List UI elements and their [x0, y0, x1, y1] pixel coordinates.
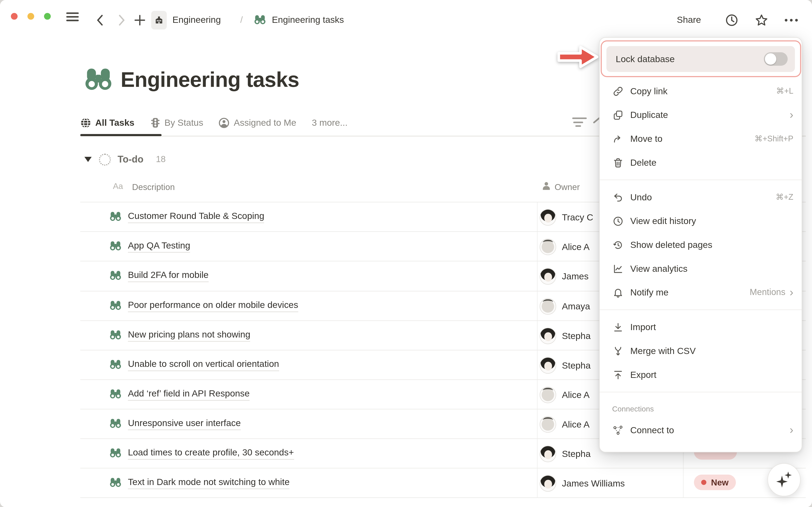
table-bottom-border — [80, 497, 806, 498]
ai-assistant-button[interactable] — [767, 463, 801, 496]
menu-divider — [600, 180, 802, 180]
restore-icon — [612, 239, 623, 250]
view-tabs: All Tasks By Status Assigned to Me 3 mor… — [80, 114, 347, 131]
tab-by-status[interactable]: By Status — [150, 117, 203, 128]
annotation-arrow-icon — [556, 44, 601, 70]
menu-section-connections: Connections — [600, 398, 802, 413]
task-title[interactable]: Text in Dark mode not switching to white — [128, 477, 290, 489]
clock-icon — [612, 216, 623, 226]
menu-item-copy-link[interactable]: Copy link ⌘+L — [600, 79, 802, 103]
task-title[interactable]: Load times to create profile, 30 seconds… — [128, 447, 294, 460]
sidebar-toggle-icon[interactable] — [66, 16, 79, 17]
menu-item-notify-me[interactable]: Notify me Mentions › — [600, 280, 802, 304]
share-button[interactable]: Share — [677, 14, 701, 25]
owner-name[interactable]: Alice A — [562, 390, 590, 400]
menu-item-connect-to[interactable]: Connect to › — [600, 418, 802, 442]
menu-item-undo[interactable]: Undo ⌘+Z — [600, 185, 802, 209]
tab-label: By Status — [165, 117, 203, 128]
collapse-triangle-icon[interactable] — [85, 157, 92, 162]
menu-item-export[interactable]: Export — [600, 363, 802, 387]
tab-more-views[interactable]: 3 more... — [312, 117, 347, 128]
merge-icon — [612, 345, 623, 356]
task-title[interactable]: Unable to scroll on vertical orientation — [128, 359, 279, 371]
menu-item-label: Export — [630, 369, 793, 380]
binoculars-icon — [109, 330, 122, 340]
owner-name[interactable]: Alice A — [562, 419, 590, 430]
column-header-description[interactable]: Description — [132, 182, 175, 198]
owner-name[interactable]: Stepha — [562, 449, 591, 459]
binoculars-icon — [109, 270, 122, 280]
more-options-icon[interactable] — [783, 13, 799, 27]
bell-icon — [612, 287, 623, 298]
traffic-light-close[interactable] — [11, 13, 17, 20]
menu-item-view-edit-history[interactable]: View edit history — [600, 209, 802, 233]
workspace-icon-chip[interactable] — [151, 11, 167, 30]
owner-name[interactable]: Stepha — [562, 331, 591, 342]
owner-name[interactable]: James Williams — [562, 478, 625, 489]
page-icon-binoculars[interactable] — [84, 66, 113, 92]
chevron-right-icon: › — [790, 286, 794, 299]
task-title[interactable]: Add ‘ref’ field in API Response — [128, 388, 250, 401]
group-count: 18 — [156, 154, 166, 165]
traffic-light-minimize[interactable] — [28, 13, 34, 20]
binoculars-icon — [109, 241, 122, 251]
binoculars-icon — [109, 359, 122, 370]
task-title[interactable]: Customer Round Table & Scoping — [128, 211, 264, 223]
menu-item-move-to[interactable]: Move to ⌘+Shift+P — [600, 127, 802, 151]
screenshot-stage: Engineering / Engineering tasks Share En… — [0, 0, 812, 507]
breadcrumb-page[interactable]: Engineering tasks — [272, 14, 344, 25]
back-icon[interactable] — [94, 14, 107, 26]
owner-name[interactable]: Amaya — [562, 301, 590, 312]
chevron-right-icon: › — [790, 423, 794, 437]
menu-item-delete[interactable]: Delete — [600, 151, 802, 175]
owner-name[interactable]: Tracy C — [562, 212, 593, 223]
binoculars-icon — [254, 14, 266, 25]
menu-item-label: Merge with CSV — [630, 345, 793, 356]
filter-icon[interactable] — [572, 117, 587, 129]
globe-icon — [80, 117, 91, 128]
person-circle-icon — [219, 117, 230, 128]
avatar — [540, 209, 556, 225]
column-header-owner[interactable]: Owner — [555, 182, 580, 198]
tab-all-tasks[interactable]: All Tasks — [80, 117, 134, 128]
menu-item-import[interactable]: Import — [600, 315, 802, 339]
analytics-icon — [612, 263, 623, 274]
avatar — [540, 387, 556, 403]
task-title[interactable]: Poor performance on older mobile devices — [128, 300, 298, 312]
menu-item-merge-with-csv[interactable]: Merge with CSV — [600, 339, 802, 363]
menu-item-label: Notify me — [630, 287, 750, 298]
new-page-icon[interactable] — [133, 14, 146, 26]
trash-icon — [612, 157, 623, 168]
task-title[interactable]: New pricing plans not showing — [128, 329, 250, 342]
import-icon — [612, 322, 623, 332]
status-badge[interactable]: New — [694, 475, 736, 490]
annotation-highlight-box — [601, 40, 801, 77]
updates-clock-icon[interactable] — [725, 13, 739, 27]
menu-item-label: Duplicate — [630, 109, 790, 120]
owner-name[interactable]: Stepha — [562, 360, 591, 371]
menu-item-duplicate[interactable]: Duplicate › — [600, 103, 802, 127]
tab-label: All Tasks — [95, 117, 134, 128]
page-title[interactable]: Engineering tasks — [121, 68, 299, 92]
traffic-light-icon — [150, 117, 160, 128]
traffic-light-zoom[interactable] — [44, 13, 51, 20]
breadcrumb-separator: / — [240, 14, 243, 25]
menu-item-show-deleted-pages[interactable]: Show deleted pages — [600, 233, 802, 257]
task-title[interactable]: Unresponsive user interface — [128, 417, 241, 430]
task-title[interactable]: App QA Testing — [128, 240, 190, 252]
tab-label: Assigned to Me — [234, 117, 296, 128]
avatar — [540, 268, 556, 285]
owner-name[interactable]: James — [562, 271, 589, 282]
group-header-todo[interactable]: To-do 18 — [85, 152, 166, 167]
tab-assigned-to-me[interactable]: Assigned to Me — [219, 117, 296, 128]
status-dot-icon — [701, 480, 706, 485]
status-label: New — [711, 477, 728, 487]
owner-name[interactable]: Alice A — [562, 242, 590, 252]
task-title[interactable]: Build 2FA for mobile — [128, 270, 209, 282]
avatar — [540, 357, 556, 374]
shortcut: ⌘+L — [776, 87, 794, 96]
favorite-star-icon[interactable] — [755, 13, 768, 27]
forward-icon[interactable] — [115, 14, 127, 26]
menu-item-view-analytics[interactable]: View analytics — [600, 257, 802, 281]
breadcrumb-workspace[interactable]: Engineering — [172, 14, 221, 25]
